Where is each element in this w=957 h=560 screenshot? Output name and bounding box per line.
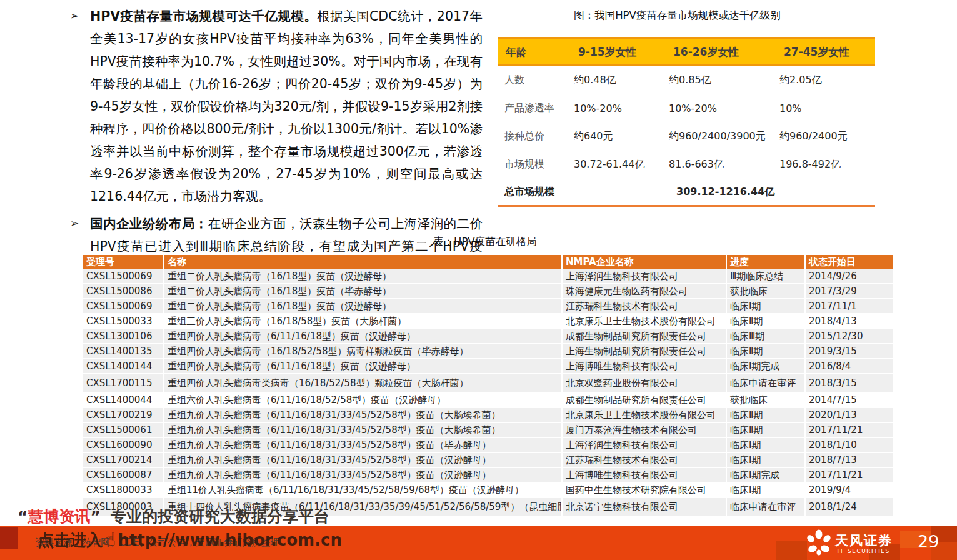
pipeline-table-cell: 2014/7/15: [806, 393, 893, 407]
total-value: 309.12-1216.44亿: [676, 186, 774, 199]
pipeline-table-cell: 临床Ⅱ期: [727, 344, 806, 358]
pipeline-table-cell: 2018/4/13: [806, 314, 893, 328]
pipeline-table-cell: 重组九价人乳头瘤病毒（6/11/16/18/31/33/45/52/58型）疫苗…: [164, 453, 563, 467]
footer-band: 资料来源：药智网、CDE、公司公告，天风证券研究所整理 点击进入☝http://…: [0, 526, 957, 560]
pipeline-table-cell: CXSL1400135: [83, 344, 164, 358]
pipeline-table-cell: 江苏瑞科生物技术有限公司: [563, 453, 727, 467]
link-prefix: 点击进入: [38, 531, 103, 549]
pipeline-table-cell: 重组六价人乳头瘤病毒（6/11/16/18/52/58型）疫苗（汉逊酵母）: [164, 393, 563, 407]
pipeline-table-cell: 国药中生生物技术研究院有限公司: [563, 483, 727, 497]
pipeline-table-cell: 临床申请在审评: [727, 498, 806, 516]
hibor-link-watermark[interactable]: 点击进入☝http://www.hibor.com.cn: [38, 528, 342, 551]
pipeline-table-cell: 临床Ⅰ期: [727, 299, 806, 313]
market-table-cell: 约960/2400元: [776, 130, 871, 143]
link-url: http://www.hibor.com.cn: [118, 531, 342, 549]
pipeline-table-cell: 上海泽润生物科技有限公司: [563, 269, 727, 283]
pipeline-table-cell: CXSL1300106: [83, 329, 164, 343]
pipeline-table-row: CXSL1400044重组六价人乳头瘤病毒（6/11/16/18/52/58型）…: [83, 393, 893, 408]
pipeline-table-cell: 重组四价人乳头瘤病毒（16/18/52/58型）病毒样颗粒疫苗（毕赤酵母）: [164, 344, 563, 358]
pipeline-table-cell: CXSL1600090: [83, 438, 164, 452]
market-table-cell: 市场规模: [498, 158, 570, 171]
pipeline-header-cell: 受理号: [83, 255, 164, 269]
pipeline-table-cell: 临床Ⅲ期: [727, 329, 806, 343]
pipeline-table-row: CXSL1700214重组九价人乳头瘤病毒（6/11/16/18/31/33/4…: [83, 453, 893, 468]
market-table-cell: 约640元: [570, 130, 665, 143]
pipeline-table-row: CXSL1800033重组11价人乳头瘤病毒（6/11/16/18/31/33/…: [83, 483, 893, 498]
pipeline-table-row: CXSL1700115重组四价人乳头瘤病毒类病毒（16/18/52/58型）颗粒…: [83, 374, 893, 393]
bullet-lead: HPV疫苗存量市场规模可达千亿规模。: [90, 9, 317, 24]
pipeline-table-cell: 临床Ⅱ期: [727, 423, 806, 437]
pipeline-table-cell: Ⅲ期临床总结: [727, 269, 806, 283]
pipeline-table-cell: CXSL1500033: [83, 314, 164, 328]
pipeline-table-cell: CXSL1700219: [83, 408, 164, 422]
pipeline-table-cell: 重组九价人乳头瘤病毒（6/11/16/18/31/33/45/52/58型）疫苗…: [164, 468, 563, 482]
pipeline-table-cell: 获批临床: [727, 284, 806, 298]
pipeline-table-row: CXSL1400135重组四价人乳头瘤病毒（16/18/52/58型）病毒样颗粒…: [83, 344, 893, 359]
pipeline-table-row: CXSL1500033重组三价人乳头瘤病毒（16/18/58型）疫苗（大肠杆菌）…: [83, 314, 893, 329]
pipeline-table-cell: 上海生物制品研究所有限责任公司: [563, 344, 727, 358]
pipeline-table-cell: CXSL1700115: [83, 374, 164, 392]
market-table-cell: 约2.05亿: [776, 74, 871, 87]
pipeline-table-header: 受理号名称NMPA企业名称进度状态开始日: [83, 255, 893, 269]
pipeline-table-cell: 2017/3/29: [806, 284, 893, 298]
footer-pattern-square: [776, 541, 807, 560]
pipeline-table-cell: CXSL1500069: [83, 269, 164, 283]
market-table-row: 市场规模30.72-61.44亿81.6-663亿196.8-492亿: [498, 151, 875, 179]
market-table-cell: 约0.85亿: [665, 74, 776, 87]
pipeline-table-cell: 北京康乐卫士生物技术股份有限公司: [563, 408, 727, 422]
tf-securities-name-en: TF SECURITIES: [836, 548, 890, 554]
summary-bullets: ➢ HPV疫苗存量市场规模可达千亿规模。根据美国CDC统计，2017年全美13-…: [70, 5, 483, 285]
market-table-cell: 30.72-61.44亿: [570, 158, 665, 171]
hibor-brand-text: 慧博资讯: [28, 508, 90, 526]
pipeline-table-cell: 重组11价人乳头瘤病毒（6/11/16/18/31/33/45/52/58/59…: [164, 483, 563, 497]
pipeline-table-cell: 重组九价人乳头瘤病毒（6/11/16/18/31/33/45/52/58型）疫苗…: [164, 438, 563, 452]
pipeline-table-cell: CXSL1800033: [83, 483, 164, 497]
pipeline-table-title: 表：HPV疫苗在研格局: [433, 235, 537, 249]
market-table-cell: 人数: [498, 74, 570, 87]
bullet-text: HPV疫苗存量市场规模可达千亿规模。根据美国CDC统计，2017年全美13-17…: [90, 5, 483, 208]
market-table-cell: 81.6-663亿: [665, 158, 776, 171]
pipeline-header-cell: 进度: [727, 255, 806, 269]
bullet-item-market-size: ➢ HPV疫苗存量市场规模可达千亿规模。根据美国CDC统计，2017年全美13-…: [70, 5, 483, 208]
pipeline-table-cell: CXSL1400144: [83, 359, 164, 373]
pipeline-table-cell: 成都生物制品研究所有限责任公司: [563, 329, 727, 343]
open-quote: “: [18, 508, 28, 526]
bullet-body: 根据美国CDC统计，2017年全美13-17岁的女孩HPV疫苗平均接种率为63%…: [90, 9, 483, 204]
pipeline-table-cell: 珠海健康元生物医药有限公司: [563, 284, 727, 298]
pipeline-table-cell: 2017/11/21: [806, 423, 893, 437]
pipeline-table-cell: 厦门万泰沧海生物技术有限公司: [563, 423, 727, 437]
pipeline-table-cell: 临床Ⅰ期: [727, 483, 806, 497]
pipeline-table-cell: 重组九价人乳头瘤病毒（6/11/16/18/31/33/45/52/58型）疫苗…: [164, 408, 563, 422]
pipeline-table-cell: 北京诺宁生物科技有限公司: [563, 498, 727, 516]
pipeline-table-cell: 临床申请在审评: [727, 374, 806, 392]
market-table-cell: 10%-20%: [665, 102, 776, 114]
market-header-cell: 年龄: [498, 39, 570, 64]
pipeline-table-cell: CXSL1500086: [83, 284, 164, 298]
pipeline-table-cell: CXSL1700214: [83, 453, 164, 467]
market-table-row: 人数约0.48亿约0.85亿约2.05亿: [498, 66, 875, 94]
pipeline-table-cell: 重组四价人乳头瘤病毒类病毒（16/18/52/58型）颗粒疫苗（大肠杆菌）: [164, 374, 563, 392]
pipeline-table-cell: 2015/12/30: [806, 329, 893, 343]
footer-left-block: [0, 527, 18, 549]
hibor-tagline: 专业的投资研究大数据分享平台: [111, 508, 329, 526]
pipeline-table-cell: 2018/7/13: [806, 453, 893, 467]
pipeline-header-cell: 状态开始日: [806, 255, 893, 269]
pipeline-table-cell: 成都生物制品研究所有限责任公司: [563, 393, 727, 407]
tf-securities-logo-icon: [805, 529, 833, 557]
hibor-watermark: “慧博资讯”专业的投资研究大数据分享平台: [18, 506, 329, 527]
pipeline-table-cell: 重组九价人乳头瘤病毒（6/11/16/18/31/33/45/52/58型）疫苗…: [164, 423, 563, 437]
arrow-bullet-icon: ➢: [70, 5, 90, 208]
bullet-lead: 国内企业纷纷布局：: [90, 216, 208, 231]
pipeline-table-row: CXSL1500069重组二价人乳头瘤病毒（16/18型）疫苗（汉逊酵母）江苏瑞…: [83, 299, 893, 314]
pipeline-table-cell: 获批临床: [727, 393, 806, 407]
pipeline-table-cell: 2017/11/21: [806, 468, 893, 482]
market-table-title: 图：我国HPV疫苗存量市场规模或达千亿级别: [498, 9, 875, 22]
page-number: 29: [918, 532, 939, 551]
pipeline-table-cell: 北京双鹭药业股份有限公司: [563, 374, 727, 392]
pipeline-table-row: CXSL1500069重组二价人乳头瘤病毒（16/18型）疫苗（汉逊酵母）上海泽…: [83, 269, 893, 284]
pipeline-table-cell: 上海博唯生物科技有限公司: [563, 468, 727, 482]
pipeline-table-cell: 重组二价人乳头瘤病毒（16/18型）疫苗（毕赤酵母）: [164, 284, 563, 298]
pipeline-table-cell: 临床Ⅰ期完成: [727, 468, 806, 482]
pipeline-table-cell: CXSL1400044: [83, 393, 164, 407]
pipeline-table-cell: 临床Ⅱ期: [727, 408, 806, 422]
